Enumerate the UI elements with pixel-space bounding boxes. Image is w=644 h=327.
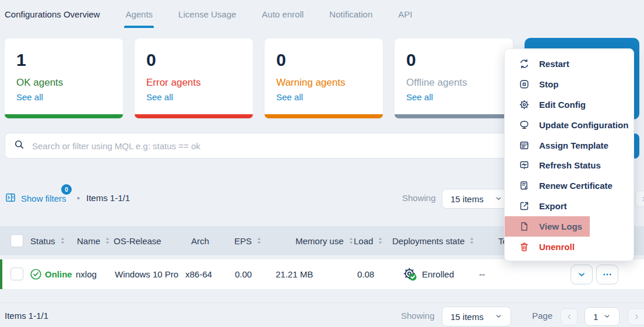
ellipsis-icon <box>602 269 613 280</box>
sort-icon[interactable] <box>469 237 475 245</box>
tab-agents[interactable]: Agents <box>125 0 153 28</box>
error-agents-see-all-link[interactable]: See all <box>146 92 173 102</box>
row-actions-button[interactable] <box>596 265 618 284</box>
column-header-os-release[interactable]: OS-Release <box>114 226 161 255</box>
cell-load: 0.08 <box>357 259 374 289</box>
stat-card-error-agents: 0 Error agents See all <box>135 38 253 118</box>
menu-item-restart[interactable]: Restart <box>505 54 634 74</box>
warning-agents-label: Warning agents <box>276 77 345 89</box>
page-size-select[interactable]: 15 items <box>442 189 511 209</box>
current-page-value: 1 <box>593 312 598 322</box>
cell-name: nxlog <box>76 259 97 289</box>
offline-agents-count: 0 <box>406 50 416 70</box>
next-page-button-top[interactable] <box>635 191 644 207</box>
sort-icon[interactable] <box>348 237 354 245</box>
column-header-name[interactable]: Name <box>77 226 111 255</box>
ok-agents-label: OK agents <box>16 77 63 89</box>
warning-agents-color-bar <box>265 114 383 118</box>
agents-page: Configurations Overview Agents License U… <box>0 0 644 327</box>
tab-auto-enroll[interactable]: Auto enroll <box>262 0 304 28</box>
chevron-down-icon <box>577 270 586 279</box>
page-size-value: 15 items <box>451 194 484 204</box>
cell-memory-use: 21.21 MB <box>276 259 313 289</box>
footer-page-size-select[interactable]: 15 items <box>442 307 511 326</box>
file-icon <box>519 221 530 232</box>
column-header-eps[interactable]: EPS <box>234 226 262 255</box>
cell-template: -- <box>479 259 485 289</box>
menu-item-renew-certificate[interactable]: Renew Certificate <box>505 175 634 196</box>
select-all-checkbox[interactable] <box>10 234 23 247</box>
cell-deployments-state: Enrolled <box>422 259 454 289</box>
cell-os-release: Windows 10 Pro <box>115 259 178 289</box>
column-header-memory-use[interactable]: Memory use <box>295 226 354 255</box>
column-header-status[interactable]: Status <box>30 226 66 255</box>
cell-eps: 0.00 <box>235 259 252 289</box>
agent-actions-context-menu: Restart Stop Edit Config Update Configur… <box>504 48 634 261</box>
monitor-icon <box>519 119 530 131</box>
row-checkbox[interactable] <box>10 268 23 280</box>
current-page-select[interactable]: 1 <box>585 307 620 326</box>
chevron-down-icon <box>603 312 611 322</box>
sort-icon[interactable] <box>256 237 262 245</box>
top-nav: Configurations Overview Agents License U… <box>0 0 644 28</box>
enrolled-gear-check-icon <box>402 266 418 284</box>
column-header-load[interactable]: Load <box>354 226 383 255</box>
stat-card-ok-agents: 1 OK agents See all <box>5 38 123 118</box>
menu-item-update-configuration[interactable]: Update Configuration <box>505 115 634 135</box>
error-agents-count: 0 <box>146 50 156 70</box>
search-icon <box>13 139 25 153</box>
footer-showing-label: Showing <box>401 311 435 321</box>
ok-agents-see-all-link[interactable]: See all <box>16 92 43 102</box>
offline-agents-see-all-link[interactable]: See all <box>406 92 433 102</box>
show-filters-button[interactable]: Show filters <box>5 192 66 205</box>
table-row[interactable]: Online nxlog Windows 10 Pro x86-64 0.00 … <box>0 259 644 289</box>
tab-license-usage[interactable]: License Usage <box>178 0 236 28</box>
error-agents-label: Error agents <box>146 77 201 89</box>
certificate-icon <box>519 180 530 191</box>
stat-card-warning-agents: 0 Warning agents See all <box>265 38 383 118</box>
showing-label: Showing <box>402 193 436 203</box>
row-expand-button[interactable] <box>571 265 593 284</box>
footer-items-range-label: Items 1-1/1 <box>5 311 48 321</box>
sort-icon[interactable] <box>59 237 66 245</box>
tab-api[interactable]: API <box>398 0 412 28</box>
chevron-left-icon <box>565 313 573 321</box>
items-range-label: Items 1-1/1 <box>86 193 130 203</box>
template-icon <box>519 140 530 151</box>
warning-agents-see-all-link[interactable]: See all <box>276 92 303 102</box>
pagination-bar: Items 1-1/1 Showing 15 items Page 1 <box>0 303 644 327</box>
menu-item-unenroll[interactable]: Unenroll <box>505 237 634 257</box>
menu-item-assign-template[interactable]: Assign Template <box>505 135 634 156</box>
menu-item-refresh-status[interactable]: Refresh Status <box>505 155 634 175</box>
search-input[interactable] <box>32 141 581 151</box>
column-header-deployments-state[interactable]: Deployments state <box>392 226 475 255</box>
chevron-down-icon <box>495 194 502 204</box>
previous-page-button[interactable] <box>561 308 578 325</box>
sort-icon[interactable] <box>377 237 383 245</box>
menu-item-view-logs[interactable]: View Logs <box>505 216 634 237</box>
menu-item-stop[interactable]: Stop <box>505 74 634 94</box>
trash-icon <box>519 241 530 252</box>
restart-icon <box>519 58 530 69</box>
tab-notification[interactable]: Notification <box>329 0 372 28</box>
menu-item-export[interactable]: Export <box>505 196 634 216</box>
chevron-down-icon <box>495 312 502 322</box>
sort-icon[interactable] <box>104 237 111 245</box>
chevron-right-icon <box>640 195 644 203</box>
nav-tabs: Agents License Usage Auto enroll Notific… <box>125 0 412 28</box>
stat-card-offline-agents: 0 Offline agents See all <box>395 38 513 118</box>
filters-icon <box>5 192 16 205</box>
search-bar <box>5 133 590 159</box>
ok-agents-color-bar <box>5 114 123 118</box>
export-icon <box>519 201 530 212</box>
gear-icon <box>519 99 530 110</box>
error-agents-color-bar <box>135 114 253 118</box>
chevron-right-icon <box>633 313 641 321</box>
column-header-arch[interactable]: Arch <box>191 226 209 255</box>
cell-arch: x86-64 <box>185 259 212 289</box>
offline-agents-color-bar <box>395 114 513 118</box>
next-page-button[interactable] <box>628 308 644 325</box>
breadcrumb-configurations-overview[interactable]: Configurations Overview <box>5 9 100 19</box>
menu-item-edit-config[interactable]: Edit Config <box>505 94 634 115</box>
cell-status: Online <box>45 259 72 289</box>
